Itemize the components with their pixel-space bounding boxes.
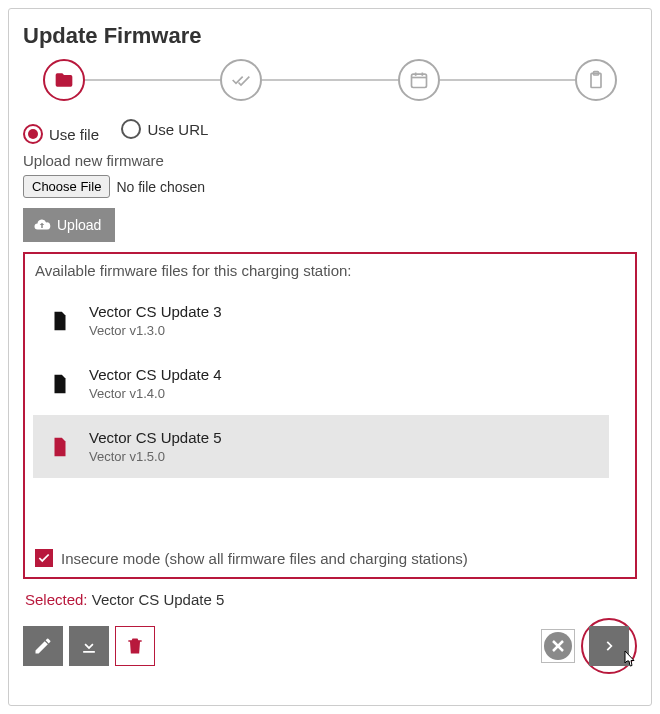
stepper-connector bbox=[85, 79, 220, 81]
delete-button[interactable] bbox=[115, 626, 155, 666]
check-icon bbox=[37, 551, 51, 565]
step-1-file[interactable] bbox=[43, 59, 85, 101]
file-chooser-row: Choose File No file chosen bbox=[23, 175, 637, 198]
cancel-button[interactable] bbox=[541, 629, 575, 663]
radio-icon bbox=[121, 119, 141, 139]
firmware-name: Vector CS Update 5 bbox=[89, 429, 222, 446]
firmware-item[interactable]: Vector CS Update 4 Vector v1.4.0 bbox=[33, 352, 609, 415]
firmware-heading: Available firmware files for this chargi… bbox=[35, 262, 627, 279]
firmware-name: Vector CS Update 3 bbox=[89, 303, 222, 320]
insecure-mode-label: Insecure mode (show all firmware files a… bbox=[61, 550, 468, 567]
update-firmware-panel: Update Firmware Use file Use URL Upload … bbox=[8, 8, 652, 706]
insecure-mode-row[interactable]: Insecure mode (show all firmware files a… bbox=[35, 549, 627, 567]
radio-use-url[interactable]: Use URL bbox=[121, 119, 208, 139]
radio-icon bbox=[23, 124, 43, 144]
selected-line: Selected: Vector CS Update 5 bbox=[25, 591, 635, 608]
radio-use-url-label: Use URL bbox=[147, 121, 208, 138]
double-check-icon bbox=[231, 70, 251, 90]
folder-icon bbox=[54, 70, 74, 90]
no-file-chosen-text: No file chosen bbox=[116, 179, 205, 195]
firmware-item-selected[interactable]: Vector CS Update 5 Vector v1.5.0 bbox=[33, 415, 609, 478]
clipboard-icon bbox=[586, 70, 606, 90]
next-button[interactable] bbox=[589, 626, 629, 666]
file-icon bbox=[49, 307, 71, 335]
firmware-item[interactable]: Vector CS Update 3 Vector v1.3.0 bbox=[33, 289, 609, 352]
download-button[interactable] bbox=[69, 626, 109, 666]
upload-label: Upload new firmware bbox=[23, 152, 637, 169]
file-icon bbox=[49, 370, 71, 398]
next-button-highlight bbox=[581, 618, 637, 674]
stepper-connector bbox=[262, 79, 397, 81]
upload-button-label: Upload bbox=[57, 217, 101, 233]
edit-button[interactable] bbox=[23, 626, 63, 666]
insecure-checkbox[interactable] bbox=[35, 549, 53, 567]
upload-button[interactable]: Upload bbox=[23, 208, 115, 242]
file-icon bbox=[49, 433, 71, 461]
choose-file-button[interactable]: Choose File bbox=[23, 175, 110, 198]
stepper-connector bbox=[440, 79, 575, 81]
close-icon bbox=[548, 636, 568, 656]
cloud-upload-icon bbox=[33, 216, 51, 234]
firmware-version: Vector v1.4.0 bbox=[89, 386, 222, 401]
step-4-summary[interactable] bbox=[575, 59, 617, 101]
pencil-icon bbox=[33, 636, 53, 656]
firmware-list-box: Available firmware files for this chargi… bbox=[23, 252, 637, 579]
selected-value: Vector CS Update 5 bbox=[92, 591, 225, 608]
firmware-name: Vector CS Update 4 bbox=[89, 366, 222, 383]
selected-label: Selected: bbox=[25, 591, 88, 608]
trash-icon bbox=[125, 636, 145, 656]
radio-use-file[interactable]: Use file bbox=[23, 124, 99, 144]
stepper bbox=[43, 59, 617, 101]
firmware-version: Vector v1.3.0 bbox=[89, 323, 222, 338]
chevron-right-icon bbox=[602, 639, 616, 653]
source-radio-group: Use file Use URL bbox=[23, 119, 637, 144]
firmware-scroll-area[interactable]: Vector CS Update 3 Vector v1.3.0 Vector … bbox=[33, 289, 627, 539]
step-2-verify[interactable] bbox=[220, 59, 262, 101]
step-3-schedule[interactable] bbox=[398, 59, 440, 101]
calendar-icon bbox=[409, 70, 429, 90]
download-icon bbox=[79, 636, 99, 656]
page-title: Update Firmware bbox=[23, 23, 637, 49]
svg-rect-0 bbox=[411, 74, 426, 87]
firmware-version: Vector v1.5.0 bbox=[89, 449, 222, 464]
radio-use-file-label: Use file bbox=[49, 126, 99, 143]
action-bar bbox=[23, 618, 637, 674]
